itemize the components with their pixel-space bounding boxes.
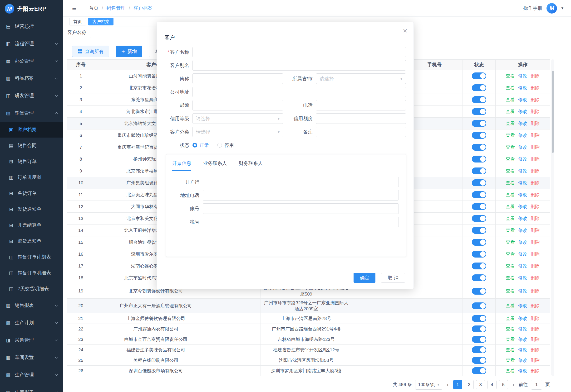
view-link[interactable]: 查看 <box>506 264 515 268</box>
customer-alias-input[interactable] <box>193 60 406 70</box>
sidebar-item[interactable]: ⊞销售订单 <box>0 154 63 169</box>
edit-link[interactable]: 修改 <box>518 85 527 90</box>
status-toggle[interactable] <box>472 215 486 222</box>
edit-link[interactable]: 修改 <box>518 368 527 373</box>
avatar[interactable]: M <box>546 3 557 14</box>
category-select[interactable]: 请选择 ▾ <box>193 127 283 137</box>
edit-link[interactable]: 修改 <box>518 275 527 280</box>
delete-link[interactable]: 删除 <box>531 228 540 233</box>
edit-link[interactable]: 修改 <box>518 168 527 173</box>
zip-input[interactable] <box>193 100 283 111</box>
vertical-scrollbar[interactable] <box>551 59 554 376</box>
view-link[interactable]: 查看 <box>506 204 515 209</box>
goto-page-input[interactable] <box>531 380 542 390</box>
tab-finance-contact[interactable]: 财务联系人 <box>239 154 263 171</box>
edit-link[interactable]: 修改 <box>518 228 527 233</box>
view-link[interactable]: 查看 <box>506 145 515 150</box>
status-disabled-radio[interactable]: 停用 <box>217 142 234 149</box>
status-toggle[interactable] <box>472 156 486 163</box>
credit-level-select[interactable]: 请选择 ▾ <box>193 113 283 124</box>
edit-link[interactable]: 修改 <box>518 192 527 197</box>
page-size-select[interactable]: 100条/页 ▾ <box>415 380 443 390</box>
chevron-down-icon[interactable]: ▾ <box>561 6 563 11</box>
delete-link[interactable]: 删除 <box>531 288 540 294</box>
delete-link[interactable]: 删除 <box>531 326 540 331</box>
tag-customers[interactable]: 客户档案 <box>88 18 113 25</box>
edit-link[interactable]: 修改 <box>518 97 527 102</box>
edit-link[interactable]: 修改 <box>518 109 527 114</box>
status-toggle[interactable] <box>472 144 486 151</box>
sidebar-item[interactable]: ▥料品档案 <box>0 70 63 87</box>
bank-address-input[interactable] <box>203 190 399 200</box>
delete-link[interactable]: 删除 <box>531 156 540 162</box>
close-icon[interactable]: × <box>403 27 407 34</box>
edit-link[interactable]: 修改 <box>518 347 527 352</box>
view-link[interactable]: 查看 <box>506 252 515 257</box>
account-input[interactable] <box>203 203 399 214</box>
scrollbar-thumb[interactable] <box>552 71 554 153</box>
view-link[interactable]: 查看 <box>506 275 515 280</box>
delete-link[interactable]: 删除 <box>531 133 540 138</box>
sidebar-item[interactable]: ▨生产计划 <box>0 314 63 331</box>
credit-limit-input[interactable] <box>316 113 406 124</box>
edit-link[interactable]: 修改 <box>518 326 527 331</box>
delete-link[interactable]: 删除 <box>531 316 540 321</box>
view-link[interactable]: 查看 <box>506 228 515 233</box>
status-toggle[interactable] <box>472 72 486 79</box>
status-toggle[interactable] <box>472 288 486 294</box>
view-link[interactable]: 查看 <box>506 180 515 185</box>
sidebar-item[interactable]: ▤销售合同 <box>0 138 63 154</box>
short-name-input[interactable] <box>193 73 283 84</box>
delete-link[interactable]: 删除 <box>531 168 540 173</box>
status-toggle[interactable] <box>472 325 486 332</box>
view-link[interactable]: 查看 <box>506 216 515 221</box>
sidebar-item[interactable]: ▥订单进度图 <box>0 169 63 185</box>
view-link[interactable]: 查看 <box>506 347 515 352</box>
view-link[interactable]: 查看 <box>506 358 515 363</box>
delete-link[interactable]: 删除 <box>531 192 540 197</box>
sidebar-item[interactable]: ▦办公管理 <box>0 52 63 70</box>
phone-input[interactable] <box>316 100 406 111</box>
breadcrumb-customers[interactable]: 客户档案 <box>134 5 152 11</box>
add-button[interactable]: + 新增 <box>116 46 142 57</box>
status-toggle[interactable] <box>472 251 486 258</box>
page-button[interactable]: 2 <box>465 380 474 389</box>
page-button[interactable]: 4 <box>487 380 496 389</box>
view-link[interactable]: 查看 <box>506 85 515 90</box>
delete-link[interactable]: 删除 <box>531 109 540 114</box>
sidebar-item[interactable]: ⊞开票结算单 <box>0 217 63 233</box>
view-link[interactable]: 查看 <box>506 121 515 126</box>
status-toggle[interactable] <box>472 274 486 281</box>
status-toggle[interactable] <box>472 179 486 186</box>
edit-link[interactable]: 修改 <box>518 216 527 221</box>
delete-link[interactable]: 删除 <box>531 216 540 221</box>
status-toggle[interactable] <box>472 96 486 103</box>
sidebar-item[interactable]: ▥生产报表 <box>0 383 63 392</box>
province-select[interactable]: 请选择 ▾ <box>316 73 406 84</box>
edit-link[interactable]: 修改 <box>518 252 527 257</box>
status-toggle[interactable] <box>472 168 486 174</box>
view-link[interactable]: 查看 <box>506 303 515 308</box>
edit-link[interactable]: 修改 <box>518 264 527 268</box>
sidebar-item[interactable]: ◫销售订单明细表 <box>0 265 63 281</box>
next-page-button[interactable]: › <box>511 381 515 388</box>
status-toggle[interactable] <box>472 203 486 210</box>
company-address-input[interactable] <box>193 87 406 97</box>
breadcrumb-home[interactable]: 首页 <box>89 5 99 11</box>
delete-link[interactable]: 删除 <box>531 264 540 268</box>
edit-link[interactable]: 修改 <box>518 240 527 245</box>
delete-link[interactable]: 删除 <box>531 97 540 102</box>
sidebar-item[interactable]: ▣客户档案 <box>0 122 63 138</box>
sidebar-item[interactable]: ▥销售报表 <box>0 297 63 314</box>
status-toggle[interactable] <box>472 367 486 374</box>
delete-link[interactable]: 删除 <box>531 240 540 245</box>
status-toggle[interactable] <box>472 120 486 127</box>
edit-link[interactable]: 修改 <box>518 180 527 185</box>
hamburger-icon[interactable]: ≡ <box>72 4 77 12</box>
view-link[interactable]: 查看 <box>506 326 515 331</box>
sidebar-item[interactable]: ◫7天交货明细表 <box>0 281 63 297</box>
status-toggle[interactable] <box>472 346 486 353</box>
status-toggle[interactable] <box>472 191 486 198</box>
edit-link[interactable]: 修改 <box>518 337 527 342</box>
edit-link[interactable]: 修改 <box>518 358 527 363</box>
